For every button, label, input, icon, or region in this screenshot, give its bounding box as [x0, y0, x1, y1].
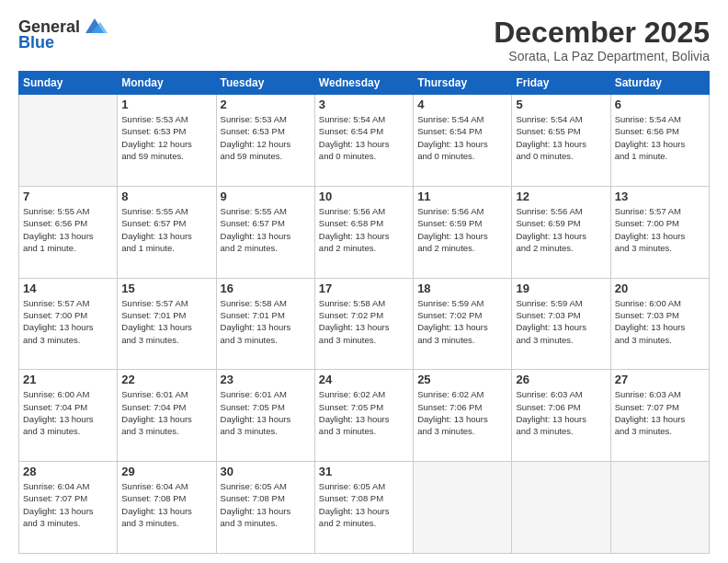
day-info: Sunrise: 6:00 AM Sunset: 7:04 PM Dayligh…: [23, 388, 113, 437]
header: General Blue December 2025 Sorata, La Pa…: [18, 17, 710, 63]
day-info: Sunrise: 5:55 AM Sunset: 6:57 PM Dayligh…: [121, 205, 211, 254]
day-info: Sunrise: 5:58 AM Sunset: 7:02 PM Dayligh…: [319, 297, 409, 346]
day-number: 14: [23, 282, 113, 295]
location: Sorata, La Paz Department, Bolivia: [494, 49, 710, 63]
calendar-week-row: 21Sunrise: 6:00 AM Sunset: 7:04 PM Dayli…: [19, 370, 710, 462]
day-number: 15: [121, 282, 211, 295]
calendar-cell: [414, 462, 512, 554]
day-number: 28: [23, 465, 113, 478]
day-number: 31: [319, 465, 409, 478]
logo-icon: [82, 17, 108, 37]
day-info: Sunrise: 5:59 AM Sunset: 7:02 PM Dayligh…: [417, 297, 507, 346]
day-number: 21: [23, 373, 113, 386]
calendar-cell: 19Sunrise: 5:59 AM Sunset: 7:03 PM Dayli…: [512, 278, 610, 370]
calendar-cell: 21Sunrise: 6:00 AM Sunset: 7:04 PM Dayli…: [19, 370, 118, 462]
day-info: Sunrise: 5:53 AM Sunset: 6:53 PM Dayligh…: [121, 113, 211, 162]
calendar-cell: 14Sunrise: 5:57 AM Sunset: 7:00 PM Dayli…: [19, 278, 118, 370]
day-info: Sunrise: 6:03 AM Sunset: 7:07 PM Dayligh…: [615, 388, 705, 437]
calendar-week-row: 7Sunrise: 5:55 AM Sunset: 6:56 PM Daylig…: [19, 186, 710, 278]
day-info: Sunrise: 5:55 AM Sunset: 6:56 PM Dayligh…: [23, 205, 113, 254]
day-info: Sunrise: 5:54 AM Sunset: 6:55 PM Dayligh…: [516, 113, 606, 162]
calendar-week-row: 1Sunrise: 5:53 AM Sunset: 6:53 PM Daylig…: [19, 95, 710, 187]
calendar-cell: [512, 462, 610, 554]
day-info: Sunrise: 6:02 AM Sunset: 7:05 PM Dayligh…: [319, 388, 409, 437]
day-number: 2: [221, 98, 311, 111]
calendar-cell: 28Sunrise: 6:04 AM Sunset: 7:07 PM Dayli…: [19, 462, 118, 554]
calendar-cell: 17Sunrise: 5:58 AM Sunset: 7:02 PM Dayli…: [314, 278, 413, 370]
calendar-header-row: SundayMondayTuesdayWednesdayThursdayFrid…: [19, 72, 710, 95]
day-number: 24: [319, 373, 409, 386]
calendar-day-header: Wednesday: [314, 72, 413, 95]
day-number: 25: [417, 373, 507, 386]
calendar-cell: 23Sunrise: 6:01 AM Sunset: 7:05 PM Dayli…: [216, 370, 314, 462]
logo: General Blue: [18, 17, 108, 52]
calendar-cell: 4Sunrise: 5:54 AM Sunset: 6:54 PM Daylig…: [414, 95, 512, 187]
day-number: 16: [221, 282, 311, 295]
calendar-cell: 13Sunrise: 5:57 AM Sunset: 7:00 PM Dayli…: [610, 186, 709, 278]
calendar-cell: 20Sunrise: 6:00 AM Sunset: 7:03 PM Dayli…: [610, 278, 709, 370]
calendar-cell: 10Sunrise: 5:56 AM Sunset: 6:58 PM Dayli…: [314, 186, 413, 278]
calendar-day-header: Thursday: [414, 72, 512, 95]
day-info: Sunrise: 5:54 AM Sunset: 6:56 PM Dayligh…: [615, 113, 705, 162]
calendar-cell: 29Sunrise: 6:04 AM Sunset: 7:08 PM Dayli…: [118, 462, 216, 554]
calendar: SundayMondayTuesdayWednesdayThursdayFrid…: [18, 71, 710, 554]
calendar-cell: 30Sunrise: 6:05 AM Sunset: 7:08 PM Dayli…: [216, 462, 314, 554]
calendar-cell: 25Sunrise: 6:02 AM Sunset: 7:06 PM Dayli…: [414, 370, 512, 462]
calendar-cell: 11Sunrise: 5:56 AM Sunset: 6:59 PM Dayli…: [414, 186, 512, 278]
day-info: Sunrise: 5:56 AM Sunset: 6:59 PM Dayligh…: [417, 205, 507, 254]
day-number: 10: [319, 190, 409, 203]
calendar-cell: 31Sunrise: 6:05 AM Sunset: 7:08 PM Dayli…: [314, 462, 413, 554]
day-number: 7: [23, 190, 113, 203]
day-info: Sunrise: 6:02 AM Sunset: 7:06 PM Dayligh…: [417, 388, 507, 437]
day-info: Sunrise: 6:05 AM Sunset: 7:08 PM Dayligh…: [319, 480, 409, 529]
day-info: Sunrise: 5:54 AM Sunset: 6:54 PM Dayligh…: [319, 113, 409, 162]
calendar-day-header: Monday: [118, 72, 216, 95]
day-info: Sunrise: 6:05 AM Sunset: 7:08 PM Dayligh…: [221, 480, 311, 529]
month-title: December 2025: [494, 17, 710, 49]
calendar-cell: 16Sunrise: 5:58 AM Sunset: 7:01 PM Dayli…: [216, 278, 314, 370]
day-number: 19: [516, 282, 606, 295]
day-info: Sunrise: 5:56 AM Sunset: 6:59 PM Dayligh…: [516, 205, 606, 254]
day-info: Sunrise: 5:59 AM Sunset: 7:03 PM Dayligh…: [516, 297, 606, 346]
day-number: 26: [516, 373, 606, 386]
calendar-cell: 12Sunrise: 5:56 AM Sunset: 6:59 PM Dayli…: [512, 186, 610, 278]
day-number: 23: [221, 373, 311, 386]
calendar-day-header: Sunday: [19, 72, 118, 95]
day-info: Sunrise: 6:01 AM Sunset: 7:05 PM Dayligh…: [221, 388, 311, 437]
day-number: 30: [221, 465, 311, 478]
calendar-day-header: Tuesday: [216, 72, 314, 95]
day-info: Sunrise: 5:57 AM Sunset: 7:01 PM Dayligh…: [121, 297, 211, 346]
day-number: 8: [121, 190, 211, 203]
calendar-cell: 5Sunrise: 5:54 AM Sunset: 6:55 PM Daylig…: [512, 95, 610, 187]
day-number: 1: [121, 98, 211, 111]
day-info: Sunrise: 6:00 AM Sunset: 7:03 PM Dayligh…: [615, 297, 705, 346]
calendar-cell: 26Sunrise: 6:03 AM Sunset: 7:06 PM Dayli…: [512, 370, 610, 462]
day-number: 29: [121, 465, 211, 478]
calendar-cell: 22Sunrise: 6:01 AM Sunset: 7:04 PM Dayli…: [118, 370, 216, 462]
day-info: Sunrise: 5:57 AM Sunset: 7:00 PM Dayligh…: [615, 205, 705, 254]
page: General Blue December 2025 Sorata, La Pa…: [0, 0, 728, 563]
calendar-cell: 1Sunrise: 5:53 AM Sunset: 6:53 PM Daylig…: [118, 95, 216, 187]
day-info: Sunrise: 6:04 AM Sunset: 7:07 PM Dayligh…: [23, 480, 113, 529]
day-number: 4: [417, 98, 507, 111]
day-info: Sunrise: 6:03 AM Sunset: 7:06 PM Dayligh…: [516, 388, 606, 437]
calendar-week-row: 28Sunrise: 6:04 AM Sunset: 7:07 PM Dayli…: [19, 462, 710, 554]
calendar-cell: 3Sunrise: 5:54 AM Sunset: 6:54 PM Daylig…: [314, 95, 413, 187]
logo-text-blue: Blue: [18, 33, 54, 52]
calendar-cell: 18Sunrise: 5:59 AM Sunset: 7:02 PM Dayli…: [414, 278, 512, 370]
calendar-cell: 15Sunrise: 5:57 AM Sunset: 7:01 PM Dayli…: [118, 278, 216, 370]
day-number: 20: [615, 282, 705, 295]
day-info: Sunrise: 6:04 AM Sunset: 7:08 PM Dayligh…: [121, 480, 211, 529]
day-number: 17: [319, 282, 409, 295]
day-number: 6: [615, 98, 705, 111]
day-number: 12: [516, 190, 606, 203]
day-info: Sunrise: 6:01 AM Sunset: 7:04 PM Dayligh…: [121, 388, 211, 437]
calendar-day-header: Saturday: [610, 72, 709, 95]
calendar-cell: 2Sunrise: 5:53 AM Sunset: 6:53 PM Daylig…: [216, 95, 314, 187]
calendar-cell: 9Sunrise: 5:55 AM Sunset: 6:57 PM Daylig…: [216, 186, 314, 278]
calendar-cell: 8Sunrise: 5:55 AM Sunset: 6:57 PM Daylig…: [118, 186, 216, 278]
day-number: 5: [516, 98, 606, 111]
day-number: 13: [615, 190, 705, 203]
title-area: December 2025 Sorata, La Paz Department,…: [494, 17, 710, 63]
calendar-day-header: Friday: [512, 72, 610, 95]
